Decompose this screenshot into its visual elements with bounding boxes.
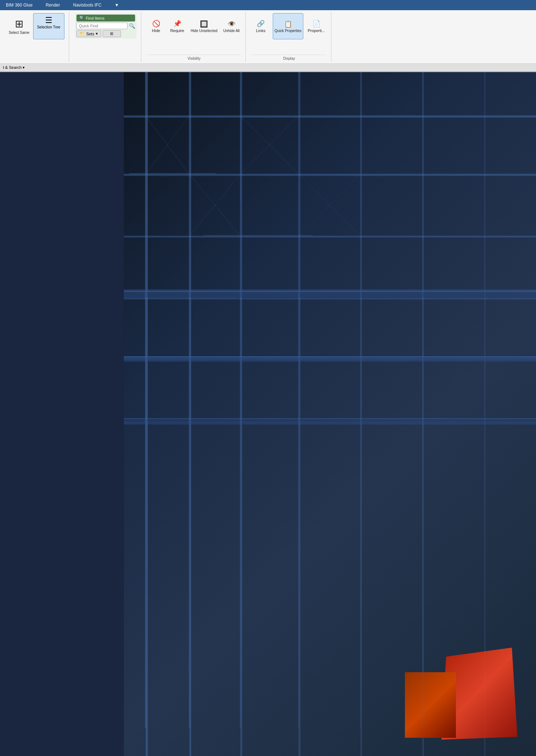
find-items-button[interactable]: 🔍 Find Items — [76, 15, 135, 21]
tab-bim360[interactable]: BIM 360 Glue — [3, 1, 35, 9]
ribbon-group-display: 🔗 Links 📋 Quick Properties 📄 Properti...… — [247, 12, 331, 62]
ribbon-group-select: ⊞ Select Same ☰ Selection Tree — [3, 12, 69, 62]
quick-find-icon[interactable]: 🔍 — [129, 23, 135, 29]
unhide-all-button[interactable]: 👁️ Unhide All — [222, 13, 241, 39]
sets-button[interactable]: 📁 Sets ▾ — [76, 30, 101, 37]
tab-navistools[interactable]: Navistools IFC — [70, 1, 105, 9]
quick-find-input[interactable] — [76, 23, 127, 29]
breadcrumb-bar: t & Search ▾ — [0, 63, 536, 71]
structure-overlay — [124, 72, 536, 756]
sets-options-button[interactable]: ⊞ — [103, 30, 121, 37]
hide-unselected-button[interactable]: 🔲 Hide Unselected — [189, 13, 219, 39]
tab-more[interactable]: ▼ — [112, 1, 122, 9]
main-area: Clash Detective 📌 ✕ Last Run: Monday, Oc… — [0, 72, 536, 756]
display-label: Display — [252, 55, 327, 60]
visibility-label: Visibility — [147, 55, 241, 60]
links-button[interactable]: 🔗 Links — [252, 13, 270, 39]
select-same-button[interactable]: ⊞ Select Same — [7, 13, 31, 39]
selection-tree-button[interactable]: ☰ Selection Tree — [33, 13, 64, 39]
quick-properties-button[interactable]: 📋 Quick Properties — [273, 13, 303, 39]
require-button[interactable]: 📌 Require — [168, 13, 186, 39]
find-items-area: 🔍 Find Items 🔍 📁 Sets ▾ ⊞ — [75, 13, 137, 39]
ribbon-tabs: BIM 360 Glue Render Navistools IFC ▼ — [0, 0, 536, 10]
properties-button[interactable]: 📄 Properti... — [306, 13, 327, 39]
breadcrumb-text: t & Search ▾ — [3, 65, 25, 70]
ribbon-main: ⊞ Select Same ☰ Selection Tree 🔍 Find It… — [0, 10, 536, 63]
hide-button[interactable]: 🚫 Hide — [147, 13, 165, 39]
viewport[interactable] — [0, 72, 536, 756]
ribbon-group-find: 🔍 Find Items 🔍 📁 Sets ▾ ⊞ — [71, 12, 141, 62]
tab-render[interactable]: Render — [43, 1, 63, 9]
ribbon: BIM 360 Glue Render Navistools IFC ▼ ⊞ S… — [0, 0, 536, 72]
scene-background — [124, 72, 536, 756]
ribbon-group-visibility: 🚫 Hide 📌 Require 🔲 Hide Unselected 👁️ Un… — [143, 12, 246, 62]
